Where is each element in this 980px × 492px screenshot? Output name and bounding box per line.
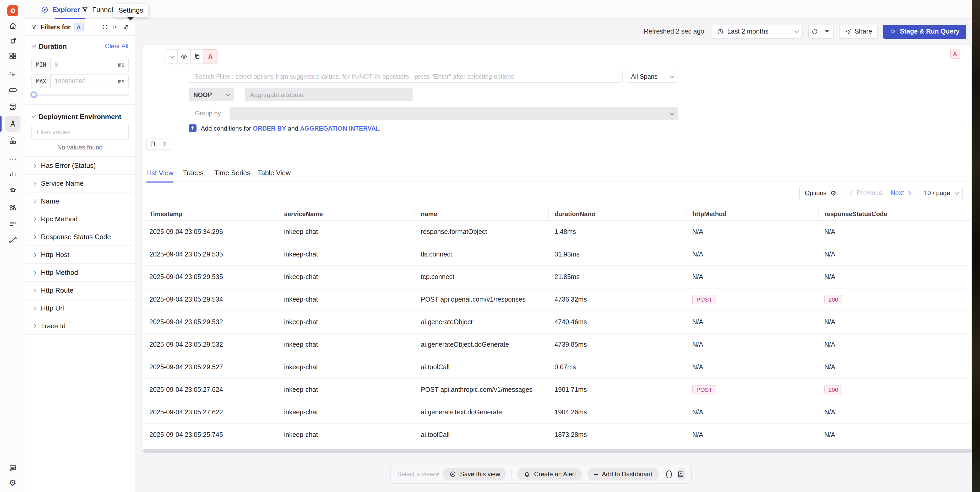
duration-slider-track[interactable] bbox=[32, 94, 129, 96]
services-drive-icon[interactable] bbox=[0, 86, 25, 94]
deployment-section-header[interactable]: Deployment Environment bbox=[25, 111, 135, 122]
aggregate-operator-value: NOOP bbox=[193, 91, 223, 98]
tab-time-series[interactable]: Time Series bbox=[214, 163, 250, 182]
plus-icon[interactable]: + bbox=[189, 124, 197, 132]
logs-scroll-icon[interactable] bbox=[0, 102, 25, 111]
col-name[interactable]: name bbox=[415, 208, 548, 220]
table-row[interactable]: 2025-09-04 23:05:29.534inkeep-chatPOST a… bbox=[143, 289, 971, 311]
filters-query-badge[interactable]: A bbox=[74, 22, 84, 32]
table-row[interactable]: 2025-09-04 23:05:29.535inkeep-chattcp.co… bbox=[143, 266, 971, 289]
aggregation-interval-link[interactable]: AGGREGATION INTERVAL bbox=[300, 125, 380, 132]
filter-section-name[interactable]: Name bbox=[25, 192, 135, 210]
cell-service: inkeep-chat bbox=[278, 424, 415, 446]
col-timestamp[interactable]: Timestamp bbox=[143, 208, 278, 220]
duration-section-header[interactable]: Duration Clear All bbox=[25, 41, 135, 51]
filter-section-http-route[interactable]: Http Route bbox=[25, 281, 135, 299]
col-http-method[interactable]: httpMethod bbox=[686, 208, 818, 220]
filter-section-service-name[interactable]: Service Name bbox=[25, 174, 135, 192]
home-icon[interactable] bbox=[0, 21, 25, 30]
table-row[interactable]: 2025-09-04 23:05:34.296inkeep-chatrespon… bbox=[143, 221, 971, 243]
order-by-link[interactable]: ORDER BY bbox=[253, 125, 286, 132]
metrics-bars-icon[interactable] bbox=[0, 169, 25, 178]
more-ellipsis-icon[interactable] bbox=[0, 156, 25, 163]
messaging-queues-cubes-icon[interactable] bbox=[0, 136, 25, 145]
tab-table-view[interactable]: Table View bbox=[258, 163, 291, 182]
add-formula-button[interactable]: Σ bbox=[159, 138, 171, 150]
duration-slider-handle[interactable] bbox=[30, 91, 37, 98]
query-a-badge[interactable]: A bbox=[950, 49, 960, 59]
group-by-select[interactable] bbox=[229, 107, 678, 120]
span-scope-select[interactable]: All Spans bbox=[626, 70, 678, 83]
add-to-dashboard-button[interactable]: + Add to Dashboard bbox=[587, 468, 659, 481]
tab-explorer[interactable]: Explorer bbox=[41, 0, 80, 19]
aggregate-operator-select[interactable]: NOOP bbox=[189, 88, 234, 101]
dashboards-grid-icon[interactable] bbox=[0, 51, 25, 60]
feedback-chat-icon[interactable] bbox=[0, 464, 25, 473]
clear-all-link[interactable]: Clear All bbox=[105, 43, 128, 50]
refresh-button[interactable] bbox=[808, 25, 821, 38]
export-panel-icon[interactable] bbox=[677, 468, 685, 480]
cell-duration: 21.85ms bbox=[548, 266, 686, 288]
filter-section-http-method[interactable]: Http Method bbox=[25, 263, 135, 281]
filter-section-label: Service Name bbox=[41, 179, 84, 187]
table-row[interactable]: 2025-09-04 23:05:29.532inkeep-chatai.gen… bbox=[143, 334, 971, 356]
filters-collapse-icon[interactable] bbox=[111, 23, 119, 31]
add-query-button[interactable] bbox=[146, 138, 159, 150]
explore-binoculars-icon[interactable] bbox=[0, 203, 25, 212]
tab-list-view[interactable]: List View bbox=[146, 163, 173, 182]
col-service-name[interactable]: serviceName bbox=[278, 208, 415, 220]
refresh-interval-caret[interactable] bbox=[821, 25, 833, 38]
settings-gear-icon[interactable]: ⚙ bbox=[0, 479, 25, 487]
aggregate-attribute-input[interactable] bbox=[245, 88, 413, 101]
exceptions-bug-icon[interactable] bbox=[0, 185, 25, 194]
table-row[interactable]: 2025-09-04 23:05:29.527inkeep-chatai.too… bbox=[143, 356, 971, 379]
table-row[interactable]: 2025-09-04 23:05:25.745inkeep-chatai.too… bbox=[143, 424, 971, 446]
stage-run-query-button[interactable]: Stage & Run Query bbox=[883, 24, 966, 38]
info-icon[interactable]: i bbox=[666, 470, 672, 478]
options-button[interactable]: Options ⚙ bbox=[799, 187, 842, 199]
next-page-button[interactable]: Next bbox=[891, 189, 910, 197]
filter-section-response-status[interactable]: Response Status Code bbox=[25, 228, 135, 246]
add-conditions-row[interactable]: + Add conditions for ORDER BY and AGGREG… bbox=[189, 124, 380, 132]
filter-section-trace-id[interactable]: Trace Id bbox=[25, 317, 135, 335]
search-filter-input[interactable] bbox=[189, 70, 623, 83]
table-row[interactable]: 2025-09-04 23:05:27.622inkeep-chatai.gen… bbox=[143, 401, 971, 424]
share-button[interactable]: Share bbox=[839, 24, 878, 38]
pipelines-lines-icon[interactable] bbox=[0, 219, 25, 228]
filter-section-http-host[interactable]: Http Host bbox=[25, 246, 135, 263]
duration-min-input[interactable] bbox=[51, 58, 114, 71]
query-label-badge[interactable]: A bbox=[204, 49, 218, 64]
filter-section-rpc-method[interactable]: Rpc Method bbox=[25, 210, 135, 228]
table-row[interactable]: 2025-09-04 23:05:29.532inkeep-chatai.gen… bbox=[143, 311, 971, 334]
duration-max-input[interactable] bbox=[51, 75, 114, 88]
deployment-filter-input[interactable] bbox=[32, 125, 129, 139]
filters-sync-icon[interactable] bbox=[101, 23, 108, 31]
query-visibility-button[interactable] bbox=[178, 49, 191, 64]
filter-section-has-error[interactable]: Has Error (Status) bbox=[25, 156, 135, 174]
page-size-select[interactable]: 10 / page bbox=[919, 187, 963, 199]
cell-status: N/A bbox=[818, 243, 971, 265]
horizontal-scrollbar[interactable] bbox=[143, 449, 972, 453]
create-alert-button[interactable]: Create an Alert bbox=[517, 468, 582, 481]
query-collapse-button[interactable] bbox=[165, 49, 178, 64]
table-row[interactable]: 2025-09-04 23:05:27.624inkeep-chatPOST a… bbox=[143, 379, 971, 401]
get-started-cursor-icon[interactable] bbox=[0, 70, 25, 79]
integrations-route-icon[interactable] bbox=[0, 235, 25, 244]
alerts-bell-icon[interactable] bbox=[0, 37, 25, 46]
col-response-status[interactable]: responseStatusCode bbox=[818, 208, 971, 220]
traces-icon[interactable] bbox=[0, 120, 25, 128]
col-duration[interactable]: durationNano bbox=[548, 208, 686, 220]
save-view-button[interactable]: Save this view bbox=[442, 468, 506, 481]
time-range-select[interactable]: Last 2 months bbox=[711, 24, 803, 38]
view-select[interactable]: Select a view bbox=[397, 471, 438, 478]
filter-section-http-url[interactable]: Http Url bbox=[25, 299, 135, 317]
tab-funnels[interactable]: Funnels bbox=[81, 0, 117, 19]
chevron-right-icon bbox=[32, 288, 37, 293]
clock-icon bbox=[717, 28, 724, 35]
query-copy-button[interactable] bbox=[191, 49, 204, 64]
filters-settings-sliders-icon[interactable] bbox=[122, 23, 129, 31]
signoz-logo-icon[interactable] bbox=[0, 5, 25, 16]
table-row[interactable]: 2025-09-04 23:05:29.535inkeep-chattls.co… bbox=[143, 243, 971, 266]
previous-page-button[interactable]: Previous bbox=[850, 189, 882, 197]
tab-traces[interactable]: Traces bbox=[183, 163, 204, 182]
